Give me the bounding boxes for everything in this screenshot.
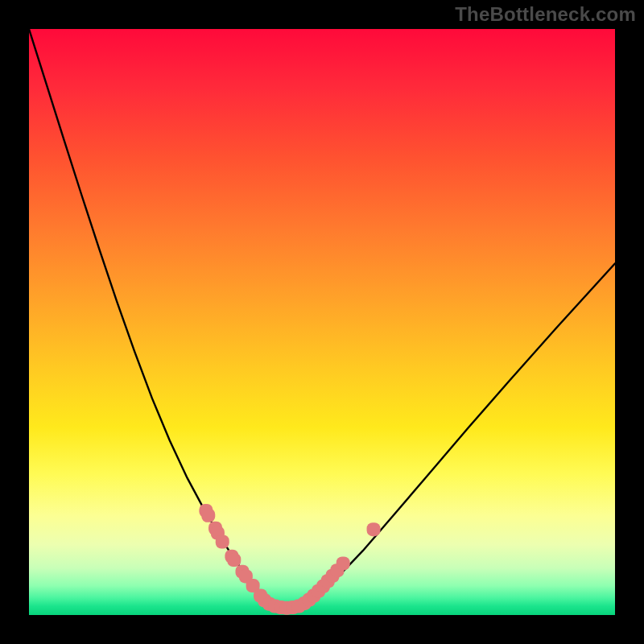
data-marker bbox=[216, 535, 229, 549]
bottleneck-curve bbox=[29, 29, 615, 608]
chart-svg bbox=[29, 29, 615, 615]
data-marker bbox=[201, 509, 215, 522]
data-marker bbox=[367, 522, 381, 536]
chart-frame: TheBottleneck.com bbox=[0, 0, 644, 644]
plot-area bbox=[29, 29, 615, 615]
data-marker bbox=[336, 556, 350, 570]
watermark-text: TheBottleneck.com bbox=[455, 3, 636, 26]
marker-layer bbox=[199, 504, 380, 615]
data-marker bbox=[227, 553, 241, 567]
